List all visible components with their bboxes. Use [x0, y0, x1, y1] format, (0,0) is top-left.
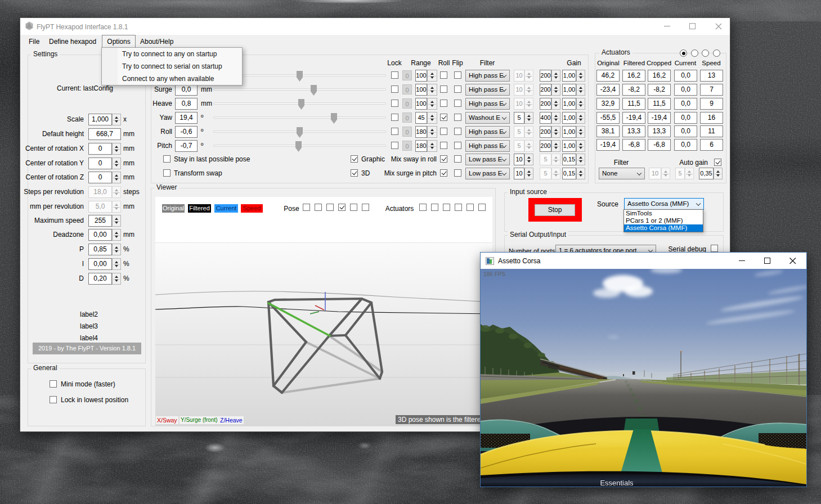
svg-text:186 FPS: 186 FPS — [483, 271, 505, 277]
svg-text:Essentials: Essentials — [600, 479, 634, 487]
